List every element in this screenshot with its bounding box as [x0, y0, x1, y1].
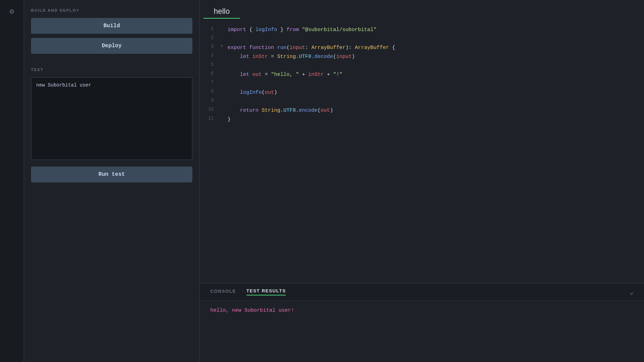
line-content: import { logInfo } from "@suborbital/sub…	[228, 26, 376, 34]
code-line: 11 }	[200, 115, 644, 124]
code-line: 10 return String.UTF8.encode(out)	[200, 106, 644, 115]
line-content: export function run(input: ArrayBuffer):…	[228, 44, 395, 52]
line-number: 1	[200, 26, 221, 31]
line-number: 3	[200, 44, 221, 49]
line-content	[228, 35, 231, 43]
line-number: 8	[200, 89, 221, 94]
right-panel: hello 1 import { logInfo } from "@suborb…	[200, 0, 644, 362]
code-line: 8 logInfo(out)	[200, 88, 644, 97]
code-line: 3 v export function run(input: ArrayBuff…	[200, 43, 644, 52]
build-deploy-label: BUILD AND DEPLOY	[31, 8, 192, 12]
line-content: let inStr = String.UTF8.decode(input)	[228, 53, 355, 61]
console-output: hello, new Suborbital user!	[200, 301, 644, 362]
line-content	[228, 98, 231, 106]
line-number: 4	[200, 53, 221, 58]
code-line: 2	[200, 34, 644, 43]
line-number: 6	[200, 71, 221, 76]
line-content: logInfo(out)	[228, 89, 277, 97]
file-title: hello	[203, 7, 240, 19]
settings-icon[interactable]: ⚙	[9, 7, 14, 16]
code-line: 7	[200, 79, 644, 88]
tab-console[interactable]: CONSOLE	[210, 289, 236, 295]
tabs-bar: CONSOLE TEST RESULTS ⌄	[200, 283, 644, 301]
line-content	[228, 62, 231, 70]
line-content: return String.UTF8.encode(out)	[228, 107, 333, 115]
deploy-button[interactable]: Deploy	[31, 38, 192, 54]
line-number: 5	[200, 62, 221, 67]
code-line: 4 let inStr = String.UTF8.decode(input)	[200, 52, 644, 61]
line-number: 10	[200, 107, 221, 112]
build-button[interactable]: Build	[31, 18, 192, 34]
line-content	[228, 80, 231, 88]
code-lines: 1 import { logInfo } from "@suborbital/s…	[200, 26, 644, 124]
line-gutter: v	[221, 44, 228, 48]
left-panel: BUILD AND DEPLOY Build Deploy TEST new S…	[24, 0, 200, 362]
run-test-button[interactable]: Run test	[31, 167, 192, 182]
test-label: TEST	[31, 68, 192, 72]
code-line: 9	[200, 97, 644, 106]
chevron-down-icon[interactable]: ⌄	[630, 288, 634, 296]
line-number: 11	[200, 115, 221, 121]
test-section: TEST new Suborbital user Run test	[31, 68, 192, 187]
line-content: let out = "hello, " + inStr + "!"	[228, 71, 342, 79]
code-line: 5	[200, 61, 644, 70]
line-number: 9	[200, 98, 221, 103]
line-number: 2	[200, 35, 221, 40]
bottom-panel: CONSOLE TEST RESULTS ⌄ hello, new Suborb…	[200, 283, 644, 362]
line-number: 7	[200, 80, 221, 85]
code-editor: hello 1 import { logInfo } from "@suborb…	[200, 0, 644, 283]
line-content: }	[228, 115, 231, 124]
tab-test-results[interactable]: TEST RESULTS	[246, 288, 286, 295]
output-line: hello, new Suborbital user!	[210, 308, 634, 313]
sidebar: ⚙	[0, 0, 24, 362]
code-line: 1 import { logInfo } from "@suborbital/s…	[200, 26, 644, 34]
code-line: 6 let out = "hello, " + inStr + "!"	[200, 70, 644, 79]
test-input[interactable]: new Suborbital user	[31, 77, 192, 160]
